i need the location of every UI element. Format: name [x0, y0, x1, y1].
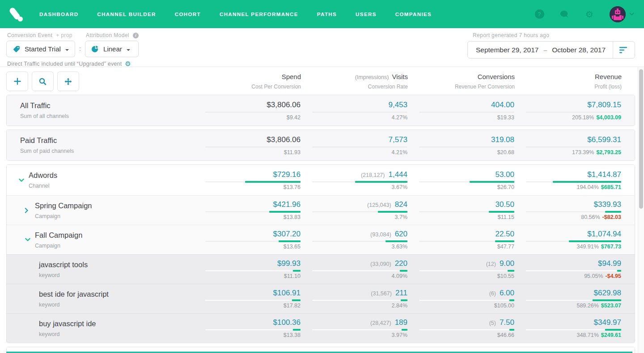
conversions-value[interactable]: 53.00	[495, 170, 514, 179]
visits-sub-value: 3.7%	[301, 214, 407, 220]
date-range-picker[interactable]: September 29, 2017 – October 28, 2017	[467, 41, 635, 59]
share-bar	[526, 211, 621, 212]
cell-conversions: (6)6.00$105.00	[407, 289, 514, 309]
share-bar	[312, 181, 407, 182]
chevron-right-icon[interactable]	[25, 207, 31, 214]
spend-value[interactable]: $3,806.06	[267, 135, 301, 144]
spend-sub-value: $13.83	[194, 214, 301, 220]
revenue-value[interactable]: $7,809.15	[587, 101, 621, 109]
spend-value[interactable]: $307.20	[273, 230, 301, 239]
chat-icon[interactable]	[559, 9, 569, 19]
spend-value[interactable]: $99.93	[277, 259, 301, 268]
row-label: AdwordsChannel	[7, 165, 194, 195]
add-channel-button[interactable]	[6, 71, 28, 91]
row-title: Adwords	[29, 171, 57, 180]
conversions-value[interactable]: 404.00	[491, 101, 514, 109]
share-bar	[205, 270, 301, 271]
conversions-value[interactable]: 30.50	[495, 200, 514, 209]
table-row-adwords[interactable]: AdwordsChannel$729.16$13.76(218,127)1,44…	[7, 165, 635, 195]
share-bar	[526, 241, 621, 242]
nav-item-paths[interactable]: PATHS	[317, 12, 337, 17]
spend-sub-value: $9.42	[194, 114, 301, 121]
spend-value[interactable]: $106.91	[273, 289, 301, 298]
table-row-spring-campaign[interactable]: Spring CampaignCampaign$421.96$13.83(125…	[7, 195, 635, 225]
visits-value[interactable]: 824	[395, 200, 407, 209]
revenue-value[interactable]: $629.98	[594, 289, 621, 298]
nav-item-companies[interactable]: COMPANIES	[395, 12, 432, 17]
visits-value[interactable]: 9,453	[388, 101, 407, 109]
revenue-value[interactable]: $6,599.31	[587, 135, 621, 144]
settings-gear-icon[interactable]: ⚙	[585, 9, 594, 19]
visits-value[interactable]: 7,573	[388, 135, 407, 144]
visits-value[interactable]: 189	[395, 318, 407, 327]
spend-sub-value: $13.76	[194, 184, 301, 190]
date-filter-button[interactable]	[613, 42, 635, 58]
cell-revenue: $629.98589.26%$523.07	[514, 289, 635, 309]
conversion-event-dropdown[interactable]: Started Trial	[6, 41, 75, 57]
cell-revenue: $7,809.15205.18%$4,003.09	[514, 101, 635, 121]
conversions-sub-value: $105.00	[407, 303, 514, 309]
conversions-value[interactable]: 22.50	[495, 230, 514, 239]
cell-revenue: $94.9995.05%-$4.95	[514, 259, 635, 279]
chevron-down-icon[interactable]	[18, 178, 25, 182]
row-subtitle: Campaign	[35, 213, 92, 219]
nav-item-cohort[interactable]: COHORT	[175, 12, 201, 17]
attribution-model-dropdown[interactable]: Linear	[85, 41, 139, 57]
revenue-value[interactable]: $1,074.94	[587, 230, 621, 239]
share-bar	[312, 270, 407, 271]
conversions-value[interactable]: 7.50	[500, 318, 514, 327]
user-menu[interactable]	[610, 6, 634, 22]
share-bar	[419, 329, 514, 330]
column-header-conversions[interactable]: Conversions Revenue Per Conversion	[408, 73, 515, 90]
revenue-value[interactable]: $349.97	[594, 318, 621, 327]
add-prop-link[interactable]: + prop	[56, 32, 72, 38]
spend-value[interactable]: $729.16	[273, 170, 301, 179]
app-logo-icon[interactable]	[7, 6, 24, 23]
revenue-sub-value: 194.04%$685.71	[514, 184, 621, 190]
chevron-down-icon[interactable]	[25, 238, 31, 242]
reorder-button[interactable]	[57, 71, 79, 91]
divider	[419, 112, 514, 113]
cell-visits: 7,5734.21%	[301, 135, 407, 155]
revenue-value[interactable]: $1,414.87	[587, 170, 621, 179]
direct-traffic-note: Direct Traffic included until “Upgraded”…	[7, 61, 122, 67]
nav-item-users[interactable]: USERS	[356, 12, 377, 17]
avatar[interactable]	[610, 6, 626, 22]
spend-value[interactable]: $100.36	[273, 318, 301, 327]
visits-paren-value: (93,084)	[370, 231, 391, 238]
nav-item-channel-performance[interactable]: CHANNEL PERFORMANCE	[220, 12, 298, 17]
nav-item-dashboard[interactable]: DASHBOARD	[39, 12, 78, 17]
table-row-fall-campaign[interactable]: Fall CampaignCampaign$307.20$13.65(93,08…	[7, 225, 635, 254]
conversions-value[interactable]: 319.08	[491, 135, 514, 144]
info-icon[interactable]: i	[133, 33, 139, 38]
help-icon[interactable]: ?	[534, 9, 544, 19]
row-subtitle: keyword	[39, 272, 88, 278]
spend-value[interactable]: $3,806.06	[267, 101, 301, 109]
conversions-value[interactable]: 9.00	[500, 259, 514, 268]
nav-item-channel-builder[interactable]: CHANNEL BUILDER	[97, 12, 156, 17]
spend-value[interactable]: $421.96	[273, 200, 301, 209]
cell-spend: $307.20$13.65	[194, 230, 301, 250]
visits-value[interactable]: 220	[395, 259, 407, 268]
visits-value[interactable]: 211	[395, 289, 407, 298]
conversions-value[interactable]: 6.00	[500, 289, 514, 298]
search-button[interactable]	[32, 71, 54, 91]
revenue-value[interactable]: $339.93	[594, 200, 621, 209]
caret-down-icon	[127, 49, 130, 53]
revenue-value[interactable]: $94.99	[598, 259, 621, 268]
table-rows: All TrafficSum of all channels$3,806.06$…	[6, 95, 635, 353]
column-header-visits[interactable]: (Impressions)Visits Conversion Rate	[301, 73, 408, 90]
column-header-spend[interactable]: Spend Cost Per Conversion	[194, 73, 301, 90]
nav-right: ? ⚙	[534, 6, 634, 22]
scrollbar-thumb[interactable]	[639, 69, 643, 209]
column-header-revenue[interactable]: Revenue Profit (loss)	[515, 73, 635, 90]
visits-value[interactable]: 1,444	[388, 170, 407, 179]
conversions-sub-value: $20.68	[407, 149, 514, 155]
move-arrows-icon	[64, 78, 72, 85]
cell-conversions: 319.08$20.68	[407, 135, 514, 155]
date-end[interactable]: October 28, 2017	[552, 46, 606, 54]
revenue-sub-value: 349.91%$767.73	[514, 244, 621, 250]
visits-value[interactable]: 620	[395, 230, 407, 239]
note-gear-icon[interactable]: ⚙	[125, 60, 131, 67]
date-start[interactable]: September 29, 2017	[476, 46, 538, 54]
